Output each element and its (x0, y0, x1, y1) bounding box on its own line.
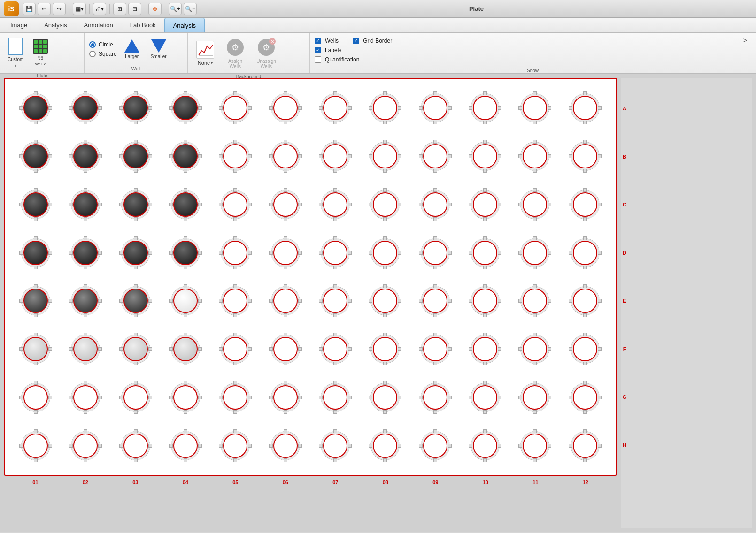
well-cell[interactable] (111, 181, 160, 228)
well-cell[interactable] (461, 84, 509, 132)
smaller-button[interactable]: Smaller (147, 38, 170, 61)
well-cell[interactable] (561, 326, 609, 373)
quantification-checkbox[interactable] (315, 56, 321, 63)
grid-border-checkbox-row[interactable]: Grid Border (353, 38, 392, 44)
well-cell[interactable] (461, 374, 509, 421)
well-cell[interactable] (510, 422, 559, 469)
none-button[interactable]: None ▾ (193, 39, 218, 68)
well-cell[interactable] (11, 84, 60, 132)
well-cell[interactable] (61, 374, 110, 421)
well-cell[interactable] (361, 277, 409, 325)
well-cell[interactable] (111, 326, 160, 373)
well-cell[interactable] (261, 277, 310, 325)
well-cell[interactable] (461, 326, 509, 373)
well-cell[interactable] (561, 229, 609, 276)
well-cell[interactable] (411, 229, 460, 276)
well-cell[interactable] (411, 326, 460, 373)
assign-wells-button[interactable]: ⚙ AssignWells (222, 36, 249, 71)
well-cell[interactable] (261, 326, 310, 373)
well-cell[interactable] (211, 374, 260, 421)
well-cell[interactable] (261, 181, 310, 228)
well-cell[interactable] (561, 181, 609, 228)
well-cell[interactable] (361, 422, 409, 469)
grid-border-checkbox[interactable] (353, 38, 359, 44)
larger-button[interactable]: Larger (121, 38, 143, 61)
well-cell[interactable] (510, 326, 559, 373)
well-cell[interactable] (261, 133, 310, 180)
zoom-out-button[interactable]: 🔍− (184, 3, 197, 15)
well-cell[interactable] (11, 277, 60, 325)
table2-button[interactable]: ⊟ (128, 3, 141, 15)
well-cell[interactable] (311, 229, 360, 276)
well-cell[interactable] (510, 229, 559, 276)
well-cell[interactable] (461, 133, 509, 180)
menu-annotation[interactable]: Annotation (76, 18, 122, 32)
well-cell[interactable] (161, 133, 210, 180)
well-cell[interactable] (111, 277, 160, 325)
save-button[interactable]: 💾 (23, 3, 36, 15)
zoom-in-button[interactable]: 🔍+ (169, 3, 182, 15)
well-cell[interactable] (61, 326, 110, 373)
well-cell[interactable] (161, 326, 210, 373)
well-cell[interactable] (61, 277, 110, 325)
well-cell[interactable] (411, 133, 460, 180)
well-cell[interactable] (411, 84, 460, 132)
well-cell[interactable] (211, 181, 260, 228)
well-cell[interactable] (211, 277, 260, 325)
well-cell[interactable] (461, 229, 509, 276)
well-cell[interactable] (261, 374, 310, 421)
labels-checkbox[interactable] (315, 47, 321, 53)
circle-radio[interactable] (89, 41, 96, 48)
print-button[interactable]: 🖨▾ (93, 3, 106, 15)
well-cell[interactable] (261, 84, 310, 132)
menu-analysis[interactable]: Analysis (36, 18, 75, 32)
custom-button[interactable]: Custom ∨ (5, 36, 26, 70)
well-cell[interactable] (161, 84, 210, 132)
well-cell[interactable] (361, 326, 409, 373)
well-cell[interactable] (461, 277, 509, 325)
well-cell[interactable] (111, 229, 160, 276)
well-cell[interactable] (411, 374, 460, 421)
well-cell[interactable] (161, 277, 210, 325)
well-cell[interactable] (561, 374, 609, 421)
well-cell[interactable] (11, 133, 60, 180)
well-cell[interactable] (61, 181, 110, 228)
well-cell[interactable] (61, 133, 110, 180)
well-cell[interactable] (461, 422, 509, 469)
menu-image[interactable]: Image (2, 18, 36, 32)
well-cell[interactable] (510, 84, 559, 132)
well-cell[interactable] (510, 277, 559, 325)
wells-checkbox[interactable] (315, 38, 321, 44)
grid-button[interactable]: ▦▾ (73, 3, 86, 15)
well-cell[interactable] (361, 181, 409, 228)
well-cell[interactable] (61, 422, 110, 469)
well-cell[interactable] (11, 229, 60, 276)
well-cell[interactable] (61, 229, 110, 276)
square-radio[interactable] (89, 51, 96, 57)
well96-button[interactable]: 96 Well ∨ (30, 37, 51, 69)
circle-radio-row[interactable]: Circle (89, 41, 117, 48)
rss-button[interactable]: ⊛ (148, 3, 162, 15)
well-cell[interactable] (411, 181, 460, 228)
undo-button[interactable]: ↩ (38, 3, 51, 15)
well-cell[interactable] (411, 422, 460, 469)
well-cell[interactable] (561, 422, 609, 469)
well-cell[interactable] (510, 133, 559, 180)
well-cell[interactable] (361, 374, 409, 421)
well-cell[interactable] (311, 181, 360, 228)
well-cell[interactable] (161, 422, 210, 469)
well-cell[interactable] (311, 422, 360, 469)
well-cell[interactable] (561, 133, 609, 180)
menu-labbook[interactable]: Lab Book (122, 18, 164, 32)
menu-analysis-active[interactable]: Analysis (164, 18, 205, 32)
well-cell[interactable] (510, 181, 559, 228)
well-cell[interactable] (111, 84, 160, 132)
wells-checkbox-row[interactable]: Wells (315, 38, 339, 44)
well-cell[interactable] (161, 181, 210, 228)
well-cell[interactable] (311, 84, 360, 132)
well-cell[interactable] (211, 229, 260, 276)
labels-checkbox-row[interactable]: Labels (315, 47, 392, 53)
well-cell[interactable] (561, 84, 609, 132)
well-cell[interactable] (111, 422, 160, 469)
well-cell[interactable] (161, 229, 210, 276)
